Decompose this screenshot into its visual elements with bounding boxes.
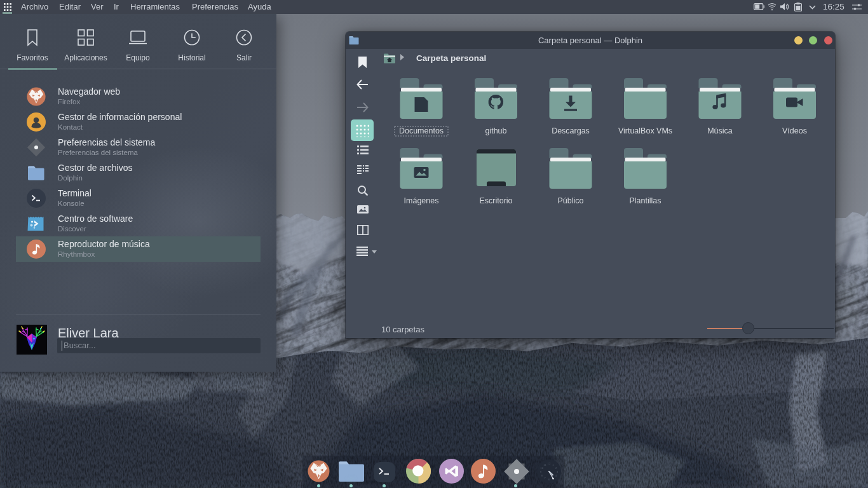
svg-text:Música: Música (707, 126, 733, 135)
svg-text:Escritorio: Escritorio (479, 196, 512, 205)
svg-text:Plantillas: Plantillas (629, 196, 661, 205)
svg-text:Documentos: Documentos (399, 126, 444, 135)
svg-text:github: github (485, 126, 506, 135)
svg-text:Vídeos: Vídeos (782, 126, 807, 135)
svg-text:Imágenes: Imágenes (404, 196, 439, 205)
svg-text:Público: Público (558, 196, 584, 205)
svg-text:12: 12 (548, 462, 551, 465)
svg-text:11: 11 (543, 463, 546, 466)
svg-text:Descargas: Descargas (552, 126, 590, 135)
svg-text:10: 10 (540, 466, 543, 470)
svg-text:VirtualBox VMs: VirtualBox VMs (618, 126, 672, 135)
